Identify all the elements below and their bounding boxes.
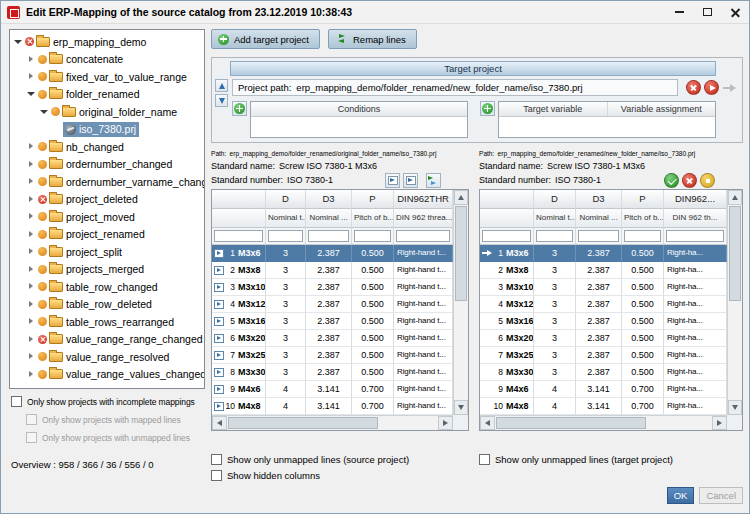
- expand-arrow-icon[interactable]: [26, 194, 36, 204]
- table-row-M3x6[interactable]: 1M3x632.3870.500Right-ha...: [480, 245, 727, 262]
- move-target-down-button[interactable]: [215, 94, 228, 107]
- tree-item-project_deleted[interactable]: project_deleted: [10, 191, 204, 209]
- tree-item-ordernumber_changed[interactable]: ordernumber_changed: [10, 156, 204, 174]
- table-row-M4x6[interactable]: 9M4x643.1410.700Right-hand t...: [212, 381, 453, 398]
- tree-item-value_range_resolved[interactable]: value_range_resolved: [10, 348, 204, 366]
- expand-arrow-icon[interactable]: [26, 352, 36, 362]
- horizontal-scrollbar-thumb[interactable]: [228, 417, 378, 429]
- add-condition-button[interactable]: [232, 101, 247, 116]
- tree-item-value_range_values_changed[interactable]: value_range_values_changed: [10, 366, 204, 384]
- tree-item-concatenate[interactable]: concatenate: [10, 51, 204, 69]
- column-header-P[interactable]: P: [622, 190, 664, 209]
- tree-item-iso_7380.prj[interactable]: iso_7380.prj: [10, 121, 204, 139]
- scroll-left-button[interactable]: [480, 416, 495, 430]
- add-variable-button[interactable]: [480, 101, 495, 116]
- add-target-project-button[interactable]: Add target project: [211, 29, 320, 49]
- source-vertical-scrollbar[interactable]: [453, 190, 468, 415]
- checkbox-show-hidden-columns[interactable]: Show hidden columns: [211, 470, 409, 481]
- table-row-M3x16[interactable]: 5M3x1632.3870.500Right-hand t...: [212, 313, 453, 330]
- tree-item-folder_renamed[interactable]: folder_renamed: [10, 86, 204, 104]
- horizontal-scrollbar-thumb[interactable]: [496, 417, 646, 429]
- scroll-right-button[interactable]: [712, 416, 727, 430]
- table-row-M3x25[interactable]: 7M3x2532.3870.500Right-hand t...: [212, 347, 453, 364]
- close-button[interactable]: [721, 1, 749, 23]
- title-bar[interactable]: Edit ERP-Mapping of the source catalog f…: [1, 1, 749, 24]
- expand-arrow-icon[interactable]: [26, 212, 36, 222]
- target-filter-input-3[interactable]: [624, 230, 661, 242]
- column-header-D[interactable]: D: [266, 190, 306, 209]
- tree-item-project_split[interactable]: project_split: [10, 243, 204, 261]
- checkbox-show-unmapped-source[interactable]: Show only unmapped lines (source project…: [211, 454, 409, 465]
- tree-item-nb_changed[interactable]: nb_changed: [10, 138, 204, 156]
- tree-item-project_renamed[interactable]: project_renamed: [10, 226, 204, 244]
- tree-item-original_folder_name[interactable]: original_folder_name: [10, 103, 204, 121]
- expand-arrow-icon[interactable]: [26, 247, 36, 257]
- map-line-button[interactable]: [385, 173, 400, 188]
- column-header-DIN962THR[interactable]: DIN962THR: [394, 190, 453, 209]
- remap-lines-button[interactable]: Remap lines: [328, 29, 417, 49]
- column-header-D[interactable]: D: [534, 190, 576, 209]
- accept-mapping-button[interactable]: [664, 173, 679, 188]
- tree-item-table_row_deleted[interactable]: table_row_deleted: [10, 296, 204, 314]
- expand-arrow-icon[interactable]: [26, 159, 36, 169]
- table-row-M4x8[interactable]: 10M4x843.1410.700Right-hand t...: [212, 398, 453, 415]
- maximize-button[interactable]: [693, 1, 721, 23]
- expand-arrow-icon[interactable]: [26, 54, 36, 64]
- table-row-M3x16[interactable]: 5M3x1632.3870.500Right-ha...: [480, 313, 727, 330]
- project-tree[interactable]: erp_mapping_democoncatenatefixed_var_to_…: [9, 29, 205, 389]
- ok-button[interactable]: OK: [667, 487, 695, 504]
- scroll-down-button[interactable]: [728, 400, 742, 415]
- scroll-left-button[interactable]: [212, 416, 227, 430]
- move-target-up-button[interactable]: [215, 79, 228, 92]
- map-all-lines-button[interactable]: [403, 173, 418, 188]
- table-row-M3x20[interactable]: 6M3x2032.3870.500Right-ha...: [480, 330, 727, 347]
- checkbox-show-unmapped-target[interactable]: Show only unmapped lines (target project…: [479, 454, 673, 465]
- table-row-M3x6[interactable]: 1M3x632.3870.500Right-hand t...: [212, 245, 453, 262]
- reject-mapping-button[interactable]: [682, 173, 697, 188]
- table-row-M3x30[interactable]: 8M3x3032.3870.500Right-ha...: [480, 364, 727, 381]
- expand-arrow-icon[interactable]: [26, 334, 36, 344]
- execute-remap-button[interactable]: [704, 80, 719, 95]
- scroll-down-button[interactable]: [454, 400, 468, 415]
- tree-item-table_rows_rearranged[interactable]: table_rows_rearranged: [10, 313, 204, 331]
- source-horizontal-scrollbar[interactable]: [212, 415, 453, 430]
- expand-arrow-icon[interactable]: [26, 229, 36, 239]
- source-filter-input-1[interactable]: [268, 230, 303, 242]
- column-header-D3[interactable]: D3: [306, 190, 352, 209]
- column-header-DIN962...[interactable]: DIN962...: [664, 190, 727, 209]
- tree-item-value_range_range_changed[interactable]: value_range_range_changed: [10, 331, 204, 349]
- target-filter-input-1[interactable]: [536, 230, 573, 242]
- auto-map-button[interactable]: [426, 173, 441, 188]
- minimize-button[interactable]: [665, 1, 693, 23]
- table-row-M3x8[interactable]: 2M3x832.3870.500Right-hand t...: [212, 262, 453, 279]
- expand-arrow-icon[interactable]: [26, 142, 36, 152]
- table-row-M3x12[interactable]: 4M3x1232.3870.500Right-ha...: [480, 296, 727, 313]
- table-row-M3x30[interactable]: 8M3x3032.3870.500Right-hand t...: [212, 364, 453, 381]
- column-header-D3[interactable]: D3: [576, 190, 622, 209]
- collapse-arrow-icon[interactable]: [39, 107, 49, 117]
- delete-target-project-button[interactable]: [686, 80, 701, 95]
- tree-item-projects_merged[interactable]: projects_merged: [10, 261, 204, 279]
- source-filter-input-3[interactable]: [354, 230, 391, 242]
- conditions-list[interactable]: [251, 117, 467, 137]
- table-row-M3x10[interactable]: 3M3x1032.3870.500Right-ha...: [480, 279, 727, 296]
- target-filter-input-0[interactable]: [482, 230, 531, 242]
- expand-arrow-icon[interactable]: [26, 369, 36, 379]
- table-row-M4x6[interactable]: 9M4x643.1410.700Right-ha...: [480, 381, 727, 398]
- tree-item-fixed_var_to_value_range[interactable]: fixed_var_to_value_range: [10, 68, 204, 86]
- table-row-M3x10[interactable]: 3M3x1032.3870.500Right-hand t...: [212, 279, 453, 296]
- column-header-P[interactable]: P: [352, 190, 394, 209]
- variable-assignment-list[interactable]: [499, 117, 715, 137]
- source-filter-input-2[interactable]: [308, 230, 349, 242]
- target-horizontal-scrollbar[interactable]: [480, 415, 727, 430]
- checkbox-incomplete-mappings[interactable]: Only show projects with incomplete mappi…: [11, 396, 205, 407]
- expand-arrow-icon[interactable]: [26, 317, 36, 327]
- target-filter-input-2[interactable]: [578, 230, 619, 242]
- expand-arrow-icon[interactable]: [26, 72, 36, 82]
- tree-item-ordernumber_varname_changed[interactable]: ordernumber_varname_changed: [10, 173, 204, 191]
- target-filter-input-4[interactable]: [666, 230, 724, 242]
- source-filter-input-0[interactable]: [214, 230, 263, 242]
- expand-arrow-icon[interactable]: [26, 264, 36, 274]
- table-row-M3x8[interactable]: 2M3x832.3870.500Right-ha...: [480, 262, 727, 279]
- target-vertical-scrollbar[interactable]: [727, 190, 742, 415]
